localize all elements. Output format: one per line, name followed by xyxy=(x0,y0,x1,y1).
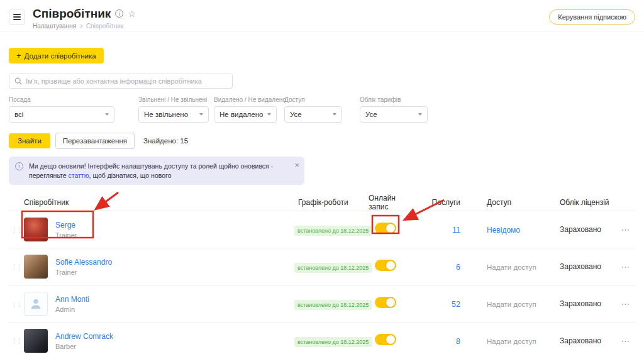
fired-select-value: Не звільнено xyxy=(144,111,188,118)
main-content: + Додати співробітника Посада всі Звільн… xyxy=(0,31,644,354)
services-count-link[interactable]: 52 xyxy=(452,300,460,309)
table-row: ⋮⋮ Sofie Alessandro Trainer встановлено … xyxy=(9,248,635,285)
avatar xyxy=(24,218,48,241)
plus-icon: + xyxy=(16,52,21,60)
filter-fired: Звільнені / Не звільнені Не звільнено xyxy=(138,96,209,123)
filter-deleted: Видалено / Не видалено Не видалено xyxy=(214,96,277,123)
filter-deleted-label: Видалено / Не видалено xyxy=(214,96,277,103)
drag-handle[interactable]: ⋮⋮ xyxy=(9,263,24,270)
license-status: Зараховано xyxy=(546,336,616,345)
drag-handle[interactable]: ⋮⋮ xyxy=(9,301,24,307)
hamburger-menu-button[interactable] xyxy=(9,9,25,25)
found-count: Знайдено: 15 xyxy=(143,137,188,145)
topbar: Співробітник i ☆ Налаштування > Співробі… xyxy=(0,0,644,31)
employee-cell: Sofie Alessandro Trainer xyxy=(24,255,291,279)
row-menu-button[interactable]: ⋯ xyxy=(616,224,635,235)
table-header-row: Співробітник Графік-роботи Онлайн запис … xyxy=(9,194,635,211)
tariffs-select[interactable]: Усе xyxy=(360,106,428,123)
row-menu-button[interactable]: ⋯ xyxy=(616,262,635,272)
filter-fired-label: Звільнені / Не звільнені xyxy=(138,96,209,103)
deleted-select[interactable]: Не видалено xyxy=(214,106,277,123)
breadcrumb: Налаштування > Співробітник xyxy=(33,23,136,30)
services-count-link[interactable]: 8 xyxy=(456,337,460,346)
drag-handle[interactable]: ⋮⋮ xyxy=(9,226,24,233)
employees-page: Співробітник i ☆ Налаштування > Співробі… xyxy=(0,0,644,354)
employee-role: Barber xyxy=(55,343,113,350)
position-select-value: всі xyxy=(14,111,23,118)
schedule-badge[interactable]: встановлено до 18.12.2025 xyxy=(294,300,372,310)
employee-name-link[interactable]: Ann Monti xyxy=(55,295,89,304)
employee-name-link[interactable]: Sofie Alessandro xyxy=(55,258,112,267)
employee-role: Admin xyxy=(55,306,89,313)
close-icon[interactable]: × xyxy=(294,161,299,169)
employee-name-link[interactable]: Serge xyxy=(55,221,77,230)
employee-name-link[interactable]: Andrew Comrack xyxy=(55,332,113,341)
banner-text-end: , щоб дізнатися, що нового xyxy=(89,172,172,179)
info-icon[interactable]: i xyxy=(115,9,123,18)
employee-cell: Serge Trainer xyxy=(24,218,291,241)
online-booking-toggle[interactable] xyxy=(375,334,396,345)
toggle-knob xyxy=(386,298,395,307)
reload-button[interactable]: Перезавантаження xyxy=(55,133,135,149)
filter-tariffs: Облік тарифів Усе xyxy=(360,96,428,123)
breadcrumb-settings[interactable]: Налаштування xyxy=(33,23,76,30)
table-row: ⋮⋮ Andrew Comrack Barber встановлено до … xyxy=(9,323,635,354)
license-status: Зараховано xyxy=(546,299,616,308)
fired-select[interactable]: Не звільнено xyxy=(138,106,209,123)
toggle-knob xyxy=(386,335,395,344)
table-row: ⋮⋮ Ann Monti Admin встановлено до 18.12.… xyxy=(9,285,635,323)
column-header-license: Облік ліцензій xyxy=(546,198,616,207)
banner-text: Ми дещо оновили! Інтерфейс налаштувань д… xyxy=(29,162,288,180)
column-header-services: Послуги xyxy=(415,198,463,207)
chevron-down-icon xyxy=(199,113,203,116)
avatar-placeholder xyxy=(24,292,48,316)
filters-row: Посада всі Звільнені / Не звільнені Не з… xyxy=(9,96,635,123)
avatar xyxy=(24,329,48,353)
schedule-badge[interactable]: встановлено до 18.12.2025 xyxy=(294,263,372,273)
chevron-down-icon xyxy=(333,113,336,116)
breadcrumb-current: Співробітник xyxy=(86,23,123,30)
employee-cell: Ann Monti Admin xyxy=(24,292,291,316)
chevron-down-icon xyxy=(105,113,109,116)
employee-role: Trainer xyxy=(55,268,112,276)
column-header-access: Доступ xyxy=(463,198,546,207)
chevron-down-icon xyxy=(418,113,422,116)
update-banner: i Ми дещо оновили! Інтерфейс налаштувань… xyxy=(9,157,304,185)
add-employee-button[interactable]: + Додати співробітника xyxy=(9,48,104,64)
access-select[interactable]: Усе xyxy=(284,106,342,123)
search-bar xyxy=(9,74,233,89)
grant-access-link[interactable]: Надати доступ xyxy=(487,263,536,271)
services-count-link[interactable]: 6 xyxy=(456,263,460,272)
schedule-badge[interactable]: встановлено до 18.12.2025 xyxy=(294,337,372,347)
drag-handle[interactable]: ⋮⋮ xyxy=(9,338,24,345)
access-select-value: Усе xyxy=(290,111,302,118)
row-menu-button[interactable]: ⋯ xyxy=(616,299,635,309)
person-icon xyxy=(29,297,43,311)
grant-access-link[interactable]: Надати доступ xyxy=(487,301,536,308)
page-title: Співробітник xyxy=(33,8,111,19)
grant-access-link[interactable]: Надати доступ xyxy=(487,338,536,345)
title-block: Співробітник i ☆ Налаштування > Співробі… xyxy=(33,8,136,30)
star-icon[interactable]: ☆ xyxy=(128,9,136,18)
table-row: ⋮⋮ Serge Trainer встановлено до 18.12.20… xyxy=(9,211,635,248)
column-header-online: Онлайн запис xyxy=(364,194,415,211)
online-booking-toggle[interactable] xyxy=(375,260,396,271)
chevron-down-icon xyxy=(267,113,271,116)
add-employee-label: Додати співробітника xyxy=(25,52,96,60)
article-link[interactable]: статтю xyxy=(69,172,89,179)
access-status-link[interactable]: Невідомо xyxy=(487,226,520,235)
row-menu-button[interactable]: ⋯ xyxy=(616,336,635,346)
manage-subscription-button[interactable]: Керування підпискою xyxy=(549,9,635,25)
hamburger-icon xyxy=(13,14,21,20)
deleted-select-value: Не видалено xyxy=(219,111,263,118)
filter-tariffs-label: Облік тарифів xyxy=(360,96,428,103)
position-select[interactable]: всі xyxy=(9,106,114,123)
online-booking-toggle[interactable] xyxy=(375,223,396,234)
find-button[interactable]: Знайти xyxy=(9,133,50,148)
services-count-link[interactable]: 11 xyxy=(452,226,460,235)
schedule-badge[interactable]: встановлено до 18.12.2025 xyxy=(294,226,372,236)
license-status: Зараховано xyxy=(546,225,616,234)
online-booking-toggle[interactable] xyxy=(375,297,396,308)
search-input[interactable] xyxy=(9,74,233,89)
actions-row: Знайти Перезавантаження Знайдено: 15 xyxy=(9,133,635,149)
